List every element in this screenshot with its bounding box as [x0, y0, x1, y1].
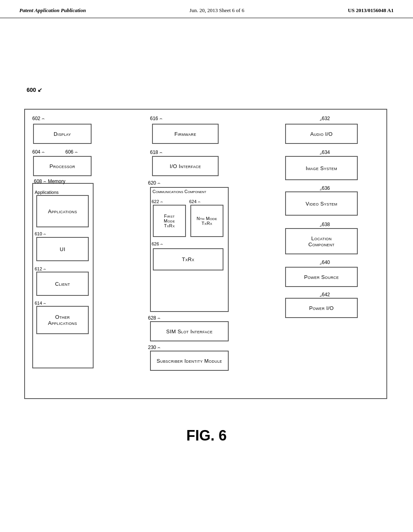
- box-image-system: Image System: [285, 156, 358, 180]
- ref-624: 624 ⌢: [189, 199, 200, 204]
- box-comms-component: Communications Component 622 ⌢ FirstMode…: [150, 187, 229, 312]
- box-processor: Processor: [33, 156, 92, 176]
- header-right: US 2013/0156048 A1: [348, 7, 394, 14]
- figure-caption: FIG. 6: [0, 427, 413, 444]
- ref-610-label: 610 ⌢: [35, 231, 46, 237]
- box-power-io: Power I/O: [285, 298, 358, 318]
- box-nth-mode-txrx: Nth ModeTxRx: [190, 205, 223, 237]
- ref-606: 606 ⌢: [65, 149, 78, 155]
- box-ui: UI: [36, 237, 89, 261]
- box-audio-io: Audio I/O: [285, 124, 358, 144]
- ref-614-label: 614 ⌢: [35, 301, 46, 306]
- ref-612-label: 612 ⌢: [35, 266, 46, 272]
- box-first-mode-txrx: FirstModeTxRx: [153, 205, 186, 237]
- page-header: Patent Application Publication Jun. 20, …: [0, 0, 413, 18]
- ref-618: 618 ⌢: [150, 150, 163, 155]
- ref-632: ⌟632: [319, 116, 330, 121]
- ref-609: Applications: [35, 190, 58, 195]
- box-video-system: Video System: [285, 191, 358, 216]
- diagram-outer-box: 602 ⌢ Display 604 ⌢ Processor 606 ⌢ 608 …: [24, 109, 387, 399]
- header-center: Jun. 20, 2013 Sheet 6 of 6: [190, 7, 244, 14]
- box-txrx: TxRx: [153, 248, 223, 270]
- box-client: Client: [36, 272, 89, 296]
- ref-640: ⌟640: [319, 260, 330, 265]
- ref-626: 626 ⌢: [152, 241, 163, 247]
- comms-label: Communications Component: [152, 189, 206, 194]
- box-firmware: Firmware: [152, 124, 219, 144]
- ref-622: 622 ⌢: [152, 199, 163, 204]
- ref-642: ⌟642: [319, 292, 330, 297]
- box-location-component: LocationComponent: [285, 228, 358, 254]
- box-display: Display: [33, 124, 92, 144]
- ref-616: 616 ⌢: [150, 116, 163, 121]
- box-applications: Applications: [36, 195, 89, 227]
- box-subscriber-id: Subscriber Identity Module: [150, 351, 229, 371]
- ref-620: 620 ⌢: [148, 180, 161, 186]
- ref-628: 628 ⌢: [148, 315, 161, 321]
- box-other-apps: OtherApplications: [36, 306, 89, 334]
- box-io-interface: I/O Interface: [152, 156, 219, 176]
- ref-638: ⌟638: [319, 222, 330, 227]
- ref-636: ⌟636: [319, 185, 330, 191]
- box-power-source: Power Source: [285, 267, 358, 287]
- ref-608: 608 ⌢ Memory: [34, 179, 65, 184]
- header-left: Patent Application Publication: [19, 7, 86, 14]
- box-606-container: 608 ⌢ Memory Applications Applications 6…: [32, 183, 94, 368]
- box-sim-slot: SIM Slot Interface: [150, 321, 229, 341]
- ref-230: 230 ⌢: [148, 345, 161, 350]
- diagram-ref-label: 600 ↙: [27, 87, 42, 93]
- ref-634: ⌟634: [319, 150, 330, 155]
- ref-602: 602 ⌢: [32, 116, 45, 121]
- ref-604: 604 ⌢: [32, 149, 45, 155]
